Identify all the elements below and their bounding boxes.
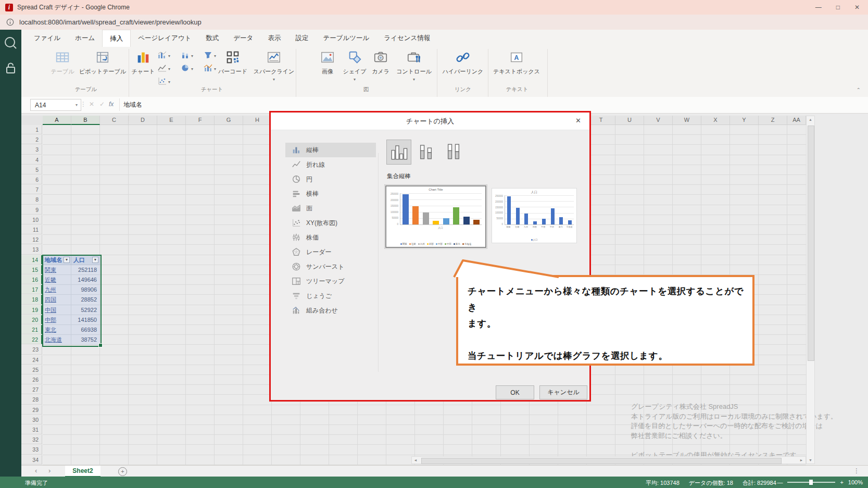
column-header-U[interactable]: U bbox=[615, 116, 644, 125]
tab-数式[interactable]: 数式 bbox=[198, 30, 226, 47]
cell-B19[interactable]: 52922 bbox=[71, 305, 100, 315]
row-header-5[interactable]: 5 bbox=[21, 165, 42, 174]
cell-B22[interactable]: 38752 bbox=[71, 335, 100, 345]
cell-A22[interactable]: 北海道 bbox=[43, 335, 71, 345]
column-header-E[interactable]: E bbox=[157, 116, 186, 125]
stacked-column-icon[interactable] bbox=[414, 140, 438, 164]
row-header-13[interactable]: 13 bbox=[21, 245, 42, 254]
horizontal-scrollbar[interactable]: ◄ ► bbox=[411, 456, 806, 464]
column-header-H[interactable]: H bbox=[243, 116, 272, 125]
confirm-entry-icon[interactable]: ✓ bbox=[99, 101, 105, 108]
ribbon-button-テキストボックス[interactable]: Aテキストボックス bbox=[489, 48, 544, 85]
chart-type-組み合わせ[interactable]: 組み合わせ bbox=[285, 303, 376, 318]
mini-column-chart-icon[interactable] bbox=[158, 50, 170, 59]
row-header-26[interactable]: 26 bbox=[21, 375, 42, 384]
row-header-34[interactable]: 34 bbox=[21, 455, 42, 465]
chart-type-サンバースト[interactable]: サンバースト bbox=[285, 259, 376, 274]
zoom-level[interactable]: 100% bbox=[848, 479, 863, 485]
column-header-F[interactable]: F bbox=[186, 116, 215, 125]
mini-pie-chart-icon[interactable] bbox=[181, 63, 193, 72]
row-header-28[interactable]: 28 bbox=[21, 395, 42, 404]
tab-設定[interactable]: 設定 bbox=[288, 30, 316, 47]
row-header-22[interactable]: 22 bbox=[21, 335, 42, 344]
row-header-27[interactable]: 27 bbox=[21, 385, 42, 394]
scroll-right-icon[interactable]: ► bbox=[798, 458, 805, 462]
cancel-button[interactable]: キャンセル bbox=[539, 385, 587, 399]
zoom-out-icon[interactable]: — bbox=[777, 479, 783, 485]
row-header-25[interactable]: 25 bbox=[21, 365, 42, 374]
column-header-D[interactable]: D bbox=[129, 116, 157, 125]
tab-ファイル[interactable]: ファイル bbox=[27, 30, 68, 47]
maximize-button[interactable]: □ bbox=[836, 4, 840, 11]
cell-B17[interactable]: 98906 bbox=[71, 285, 100, 295]
column-header-V[interactable]: V bbox=[644, 116, 673, 125]
ok-button[interactable]: OK bbox=[496, 385, 534, 399]
ribbon-button-チャート[interactable]: チャート bbox=[130, 48, 157, 85]
ribbon-button-シェイプ[interactable]: シェイプ bbox=[341, 48, 368, 85]
row-header-12[interactable]: 12 bbox=[21, 235, 42, 244]
chart-preview-population[interactable]: 人口050000100000150000200000250000関東近畿九州四国… bbox=[492, 188, 577, 243]
tab-データ[interactable]: データ bbox=[226, 30, 260, 47]
scroll-down-icon[interactable]: ▼ bbox=[807, 458, 814, 462]
chart-preview-clustered[interactable]: Chart Title05000010000015000020000025000… bbox=[385, 185, 486, 248]
filter-icon[interactable]: ▼ bbox=[64, 257, 70, 263]
cell-A20[interactable]: 中部 bbox=[43, 315, 71, 325]
tab-overflow-icon[interactable]: ⋮ bbox=[853, 467, 860, 474]
column-header-X[interactable]: X bbox=[701, 116, 730, 125]
cell-A18[interactable]: 四国 bbox=[43, 295, 71, 305]
scroll-up-icon[interactable]: ▲ bbox=[807, 118, 814, 121]
chart-type-ツリーマップ[interactable]: ツリーマップ bbox=[285, 274, 376, 289]
mini-funnel-chart-icon[interactable] bbox=[204, 50, 216, 59]
url-text[interactable]: localhost:8080/imart/well/spread_craft/v… bbox=[19, 18, 202, 26]
scroll-left-icon[interactable]: ◄ bbox=[412, 458, 419, 462]
ribbon-button-コントロール[interactable]: コントロール bbox=[392, 48, 436, 85]
cell-B20[interactable]: 141850 bbox=[71, 315, 100, 325]
next-sheet-icon[interactable]: › bbox=[48, 467, 51, 474]
tab-ホーム[interactable]: ホーム bbox=[68, 30, 102, 47]
column-header-G[interactable]: G bbox=[215, 116, 243, 125]
cell-B18[interactable]: 28852 bbox=[71, 295, 100, 305]
vertical-scroll-thumb[interactable] bbox=[808, 126, 814, 361]
ribbon-button-カメラ[interactable]: カメラ bbox=[367, 48, 394, 85]
row-header-32[interactable]: 32 bbox=[21, 435, 42, 444]
chart-type-レーダー[interactable]: レーダー bbox=[285, 245, 376, 259]
chart-type-円[interactable]: 円 bbox=[285, 172, 376, 186]
lock-icon[interactable] bbox=[4, 61, 18, 75]
site-info-icon[interactable] bbox=[6, 18, 14, 26]
close-window-button[interactable]: ✕ bbox=[854, 4, 860, 11]
row-header-14[interactable]: 14 bbox=[21, 255, 42, 265]
row-header-3[interactable]: 3 bbox=[21, 145, 42, 154]
cancel-entry-icon[interactable]: ✕ bbox=[89, 101, 94, 108]
cell-A16[interactable]: 近畿 bbox=[43, 275, 71, 285]
row-header-15[interactable]: 15 bbox=[21, 265, 42, 274]
row-header-19[interactable]: 19 bbox=[21, 305, 42, 315]
namebox-caret-icon[interactable]: ▾ bbox=[76, 103, 78, 107]
filter-icon[interactable]: ▼ bbox=[92, 257, 98, 263]
collapse-ribbon-icon[interactable]: ⌃ bbox=[857, 87, 861, 93]
row-header-4[interactable]: 4 bbox=[21, 155, 42, 165]
search-icon[interactable] bbox=[4, 36, 18, 50]
chart-type-横棒[interactable]: 横棒 bbox=[285, 186, 376, 201]
ribbon-button-テーブル[interactable]: テーブル bbox=[47, 48, 78, 85]
row-header-21[interactable]: 21 bbox=[21, 325, 42, 334]
row-header-17[interactable]: 17 bbox=[21, 285, 42, 294]
column-header-T[interactable]: T bbox=[587, 116, 615, 125]
chart-type-折れ線[interactable]: 折れ線 bbox=[285, 157, 376, 172]
sheet-tab-sheet2[interactable]: Sheet2 bbox=[65, 466, 100, 477]
cell-B16[interactable]: 149646 bbox=[71, 275, 100, 285]
cell-A19[interactable]: 中国 bbox=[43, 305, 71, 315]
column-header-B[interactable]: B bbox=[71, 116, 100, 125]
chart-type-面[interactable]: 面 bbox=[285, 201, 376, 216]
row-header-31[interactable]: 31 bbox=[21, 425, 42, 434]
cell-A15[interactable]: 関東 bbox=[43, 265, 71, 275]
mini-scatter-chart-icon[interactable] bbox=[158, 76, 170, 85]
cell-B14[interactable]: 人口▼ bbox=[71, 255, 100, 265]
mini-combo-chart-icon[interactable] bbox=[204, 63, 216, 72]
fill-handle[interactable] bbox=[98, 343, 103, 347]
chart-type-縦棒[interactable]: 縦棒 bbox=[285, 143, 376, 157]
row-header-29[interactable]: 29 bbox=[21, 405, 42, 415]
row-header-10[interactable]: 10 bbox=[21, 215, 42, 224]
zoom-slider-thumb[interactable] bbox=[809, 480, 813, 485]
tab-表示[interactable]: 表示 bbox=[260, 30, 288, 47]
row-header-33[interactable]: 33 bbox=[21, 445, 42, 454]
